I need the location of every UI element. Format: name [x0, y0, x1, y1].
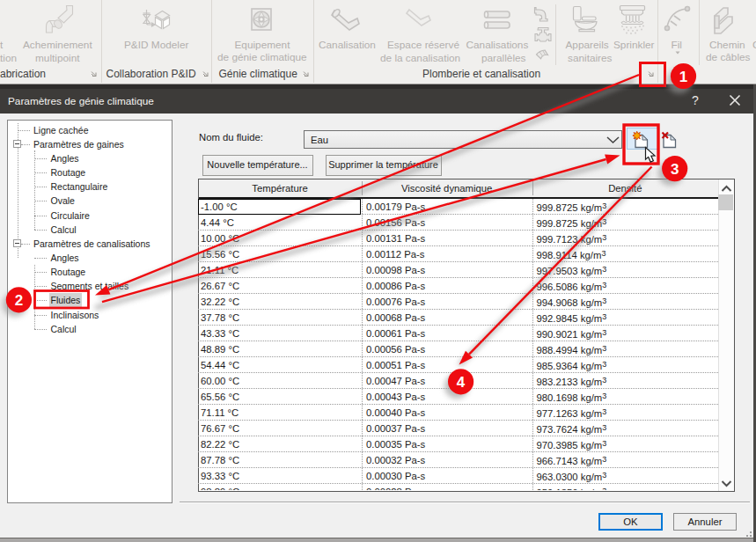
- svg-text:1: 1: [679, 69, 687, 85]
- svg-text:4: 4: [457, 374, 466, 391]
- svg-text:3: 3: [671, 161, 679, 178]
- svg-text:2: 2: [15, 292, 23, 309]
